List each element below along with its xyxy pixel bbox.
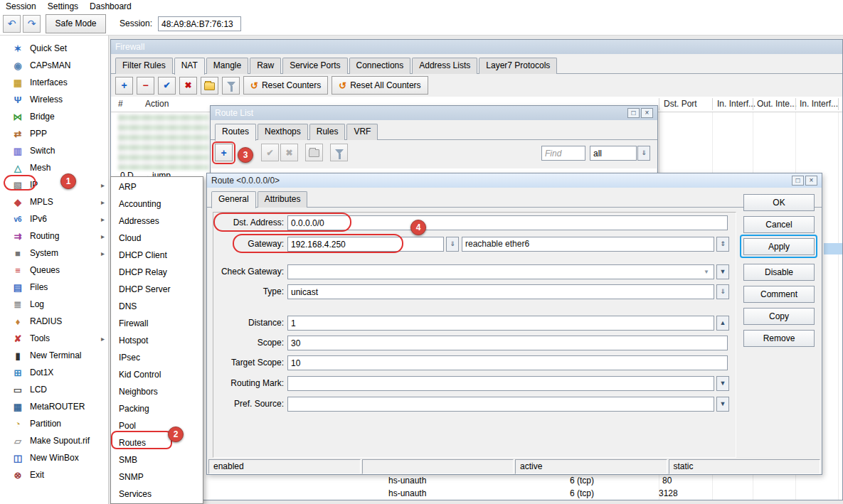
ip-menu-services[interactable]: Services [111,486,203,503]
ip-menu-addresses[interactable]: Addresses [111,213,203,230]
tab-raw[interactable]: Raw [250,58,281,74]
tab-filter-rules[interactable]: Filter Rules [115,58,173,74]
reset-counters-button[interactable]: ↺Reset Counters [243,76,328,95]
redo-button[interactable]: ↷ [23,15,41,33]
add-route-button[interactable]: + [215,144,233,161]
tab-mangle[interactable]: Mangle [206,58,248,74]
add-rule-button[interactable]: + [115,77,133,95]
ip-menu-arp[interactable]: ARP [111,178,203,195]
filter-scope-select[interactable] [590,146,637,161]
comment-route-button[interactable] [305,144,323,161]
ip-menu-ipsec[interactable]: IPsec [111,349,203,366]
enable-rule-button[interactable]: ✔ [158,77,176,95]
tab-attributes[interactable]: Attributes [258,191,308,208]
sidebar-item-interfaces[interactable]: ▦Interfaces [0,74,108,91]
ip-menu-packing[interactable]: Packing [111,400,203,417]
filter-routes-button[interactable] [330,144,348,161]
maximize-button[interactable]: □ [627,108,640,118]
copy-button[interactable]: Copy [743,308,815,325]
tab-routes[interactable]: Routes [215,124,256,141]
col-in-interface[interactable]: In. Interf... [717,99,755,109]
ip-menu-dhcp-client[interactable]: DHCP Client [111,247,203,264]
tab-vrf[interactable]: VRF [346,124,378,140]
route-list-titlebar[interactable]: Route List □ × [211,106,657,120]
session-input[interactable] [158,16,241,31]
tab-nat[interactable]: NAT [174,58,205,75]
ip-menu-kid-control[interactable]: Kid Control [111,366,203,383]
filter-button[interactable] [222,77,240,95]
ip-menu-dhcp-relay[interactable]: DHCP Relay [111,264,203,281]
sidebar-item-lcd[interactable]: ▭LCD [0,381,108,398]
sidebar-item-system[interactable]: ■System▸ [0,245,108,262]
sidebar-item-mpls[interactable]: ◆MPLS▸ [0,193,108,210]
col-dst-port[interactable]: Dst. Port [664,99,697,109]
disable-rule-button[interactable]: ✖ [179,77,197,95]
ip-menu-dhcp-server[interactable]: DHCP Server [111,281,203,298]
sidebar-item-wireless[interactable]: ΨWireless [0,91,108,108]
sidebar-item-queues[interactable]: ≡Queues [0,262,108,279]
dropdown-icon[interactable]: ▼ [704,269,709,275]
ip-menu-pool[interactable]: Pool [111,417,203,434]
sidebar-item-ipv6[interactable]: v6IPv6▸ [0,210,108,227]
ip-menu-dns[interactable]: DNS [111,298,203,315]
sidebar-item-tools[interactable]: ✘Tools▸ [0,330,108,347]
apply-button[interactable]: Apply [743,238,815,255]
tab-rules[interactable]: Rules [309,124,346,140]
tab-general[interactable]: General [211,191,256,208]
ip-menu-neighbors[interactable]: Neighbors [111,383,203,400]
ip-menu-snmp[interactable]: SNMP [111,468,203,486]
disable-route-button[interactable]: ✖ [280,144,298,161]
check-gateway-dropdown-button[interactable]: ▼ [716,264,729,279]
pref-source-input[interactable] [287,397,714,412]
sidebar-item-mesh[interactable]: △Mesh [0,159,108,176]
sidebar-item-quick-set[interactable]: ✶Quick Set [0,40,108,57]
col-in-interface-2[interactable]: In. Interf... [800,99,838,109]
ip-menu-accounting[interactable]: Accounting [111,195,203,213]
check-gateway-input[interactable] [287,264,714,279]
sidebar-item-new-winbox[interactable]: ◫New WinBox [0,449,108,466]
target-scope-input[interactable] [287,355,728,370]
disable-button[interactable]: Disable [743,264,815,281]
sidebar-item-dot1x[interactable]: ⊞Dot1X [0,364,108,381]
menu-settings[interactable]: Settings [42,1,84,12]
col-action[interactable]: Action [145,99,169,109]
ip-menu-hotspot[interactable]: Hotspot [111,332,203,349]
ok-button[interactable]: OK [743,194,815,211]
safe-mode-button[interactable]: Safe Mode [46,14,106,33]
cancel-button[interactable]: Cancel [743,216,815,233]
distance-input[interactable] [287,316,714,331]
col-number[interactable]: # [118,99,123,109]
gateway-dropdown-button[interactable]: ⇓ [446,237,459,252]
tab-connections[interactable]: Connections [349,58,411,74]
ip-menu-smb[interactable]: SMB [111,451,203,468]
remove-rule-button[interactable]: − [137,77,154,95]
remove-button[interactable]: Remove [743,330,815,347]
tab-nexthops[interactable]: Nexthops [258,124,308,140]
sidebar-item-radius[interactable]: ♦RADIUS [0,313,108,330]
table-row[interactable]: hs-unauth 6 (tcp) 80 [111,476,842,488]
sidebar-item-routing[interactable]: ⇉Routing▸ [0,227,108,245]
route-dialog-titlebar[interactable]: Route <0.0.0.0/0> □ × [207,173,822,188]
comment-button[interactable]: Comment [743,286,815,303]
distance-up-button[interactable]: ▲ [716,316,729,331]
column-divider[interactable] [712,98,713,110]
sidebar-item-partition[interactable]: ◔Partition [0,415,108,432]
sidebar-item-ppp[interactable]: ⇄PPP [0,125,108,142]
tab-service-ports[interactable]: Service Ports [282,58,347,74]
routing-mark-dropdown-button[interactable]: ▼ [716,376,729,391]
gateway-input[interactable] [287,237,444,252]
column-divider[interactable] [659,98,659,110]
sidebar-item-ip[interactable]: ▧IP▸ [0,176,108,193]
sidebar-item-log[interactable]: ≣Log [0,296,108,313]
ip-menu-cloud[interactable]: Cloud [111,230,203,247]
col-out-interface[interactable]: Out. Inte... [757,99,797,109]
ip-menu-firewall[interactable]: Firewall [111,315,203,332]
column-divider[interactable] [838,98,839,110]
tab-layer7-protocols[interactable]: Layer7 Protocols [479,58,557,74]
type-dropdown-button[interactable]: ⇓ [716,284,729,299]
column-divider[interactable] [753,98,753,110]
dst-address-input[interactable] [287,215,728,230]
routing-mark-input[interactable] [287,376,714,391]
sidebar-item-make-supout[interactable]: ▱Make Supout.rif [0,432,108,449]
filter-scope-dropdown-button[interactable]: ⇓ [637,146,650,161]
